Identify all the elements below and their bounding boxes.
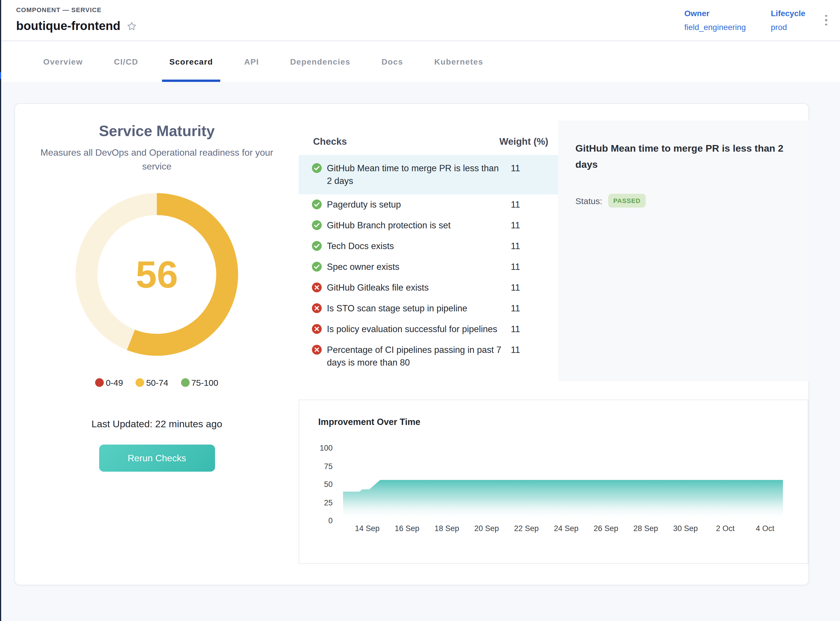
tab-dependencies[interactable]: Dependencies	[274, 41, 366, 82]
check-weight: 11	[511, 302, 520, 315]
x-tick-label: 24 Sep	[549, 524, 583, 533]
check-passed-icon	[312, 241, 322, 251]
scorecard-card: Service Maturity Measures all DevOps and…	[14, 103, 809, 585]
check-detail-title: GitHub Mean time to merge PR is less tha…	[575, 141, 792, 173]
x-tick-label: 30 Sep	[668, 524, 703, 533]
check-label: Is policy evaluation successful for pipe…	[327, 323, 502, 336]
improvement-area-chart	[343, 448, 783, 521]
owner-meta: Owner field_engineering	[684, 6, 746, 34]
check-failed-icon	[312, 324, 322, 334]
last-updated-text: Last Updated: 22 minutes ago	[15, 419, 299, 430]
check-label: GitHub Branch protection is set	[327, 219, 502, 232]
improvement-chart-title: Improvement Over Time	[318, 417, 420, 427]
check-row[interactable]: GitHub Branch protection is set11	[299, 215, 560, 236]
check-passed-icon	[312, 220, 322, 230]
status-label: Status:	[575, 196, 602, 206]
tab-docs[interactable]: Docs	[366, 41, 419, 82]
check-weight: 11	[511, 219, 520, 232]
check-label: GitHub Mean time to merge PR is less tha…	[327, 162, 502, 188]
x-tick-label: 20 Sep	[469, 524, 504, 533]
y-tick-label: 0	[310, 516, 333, 525]
tab-scorecard[interactable]: Scorecard	[154, 41, 229, 82]
check-passed-icon	[312, 163, 322, 173]
check-weight: 11	[511, 240, 520, 253]
entity-header: COMPONENT — SERVICE boutique-frontend Ow…	[0, 0, 840, 41]
check-row[interactable]: Percentage of CI pipelines passing in pa…	[299, 339, 560, 373]
legend-dot-icon	[136, 378, 144, 387]
scorecard-title: Service Maturity	[15, 122, 299, 140]
check-weight: 11	[511, 344, 520, 356]
owner-label: Owner	[684, 6, 746, 20]
page-left-edge	[0, 0, 1, 621]
check-row[interactable]: Pagerduty is setup11	[299, 194, 560, 215]
entity-kind-label: COMPONENT — SERVICE	[16, 6, 101, 13]
legend-item: 50-74	[136, 378, 168, 388]
check-passed-icon	[312, 200, 322, 209]
check-row[interactable]: Is policy evaluation successful for pipe…	[299, 319, 560, 339]
legend-dot-icon	[95, 378, 104, 387]
legend-item: 0-49	[95, 378, 123, 388]
check-row[interactable]: Is STO scan stage setup in pipeline11	[299, 298, 560, 319]
y-tick-label: 75	[310, 462, 333, 471]
checks-column-header: Checks	[313, 136, 347, 147]
check-row[interactable]: Spec owner exists11	[299, 257, 560, 277]
check-label: Tech Docs exists	[327, 240, 502, 253]
y-tick-label: 25	[310, 498, 333, 507]
x-tick-label: 26 Sep	[589, 524, 623, 533]
tab-ci-cd[interactable]: CI/CD	[98, 41, 154, 82]
check-weight: 11	[511, 162, 520, 175]
check-label: Pagerduty is setup	[327, 198, 502, 211]
page: COMPONENT — SERVICE boutique-frontend Ow…	[0, 0, 840, 621]
x-tick-label: 16 Sep	[390, 524, 424, 533]
improvement-chart-box: Improvement Over Time 1007550250 14 Sep1…	[299, 400, 808, 564]
x-tick-label: 18 Sep	[430, 524, 464, 533]
check-weight: 11	[511, 198, 520, 211]
checks-panel: Checks Weight (%) GitHub Mean time to me…	[299, 121, 560, 373]
check-label: GitHub Gitleaks file exists	[327, 282, 502, 294]
more-options-kebab-icon[interactable]	[821, 12, 831, 29]
favorite-star-icon[interactable]	[126, 20, 137, 32]
lifecycle-meta: Lifecycle prod	[771, 6, 805, 34]
y-tick-label: 100	[310, 444, 333, 452]
x-tick-label: 2 Oct	[708, 524, 743, 533]
scorecard-subtitle: Measures all DevOps and Operational read…	[36, 146, 278, 174]
maturity-score: 56	[76, 193, 238, 356]
check-failed-icon	[312, 345, 322, 354]
x-tick-label: 14 Sep	[350, 524, 384, 533]
page-title: boutique-frontend	[16, 19, 121, 33]
lifecycle-value: prod	[771, 20, 805, 34]
check-passed-icon	[312, 262, 322, 271]
rerun-checks-button[interactable]: Rerun Checks	[99, 445, 215, 472]
check-row[interactable]: GitHub Mean time to merge PR is less tha…	[299, 155, 560, 194]
y-tick-label: 50	[310, 480, 333, 489]
check-label: Percentage of CI pipelines passing in pa…	[327, 344, 502, 369]
x-tick-label: 4 Oct	[748, 524, 782, 533]
weight-column-header: Weight (%)	[499, 136, 548, 147]
check-detail-panel: GitHub Mean time to merge PR is less tha…	[558, 121, 810, 381]
check-label: Spec owner exists	[327, 261, 502, 273]
legend-item: 75-100	[181, 378, 218, 388]
tab-kubernetes[interactable]: Kubernetes	[419, 41, 499, 82]
tab-overview[interactable]: Overview	[28, 41, 98, 82]
status-badge: PASSED	[608, 194, 646, 208]
check-weight: 11	[511, 323, 520, 336]
legend-dot-icon	[181, 378, 190, 387]
entity-tabbar: OverviewCI/CDScorecardAPIDependenciesDoc…	[0, 41, 840, 82]
checks-list: GitHub Mean time to merge PR is less tha…	[299, 155, 560, 373]
score-legend: 0-4950-7475-100	[15, 378, 299, 388]
tab-api[interactable]: API	[229, 41, 275, 82]
check-failed-icon	[312, 283, 322, 292]
check-row[interactable]: GitHub Gitleaks file exists11	[299, 277, 560, 298]
x-tick-label: 28 Sep	[628, 524, 663, 533]
x-tick-label: 22 Sep	[509, 524, 544, 533]
check-label: Is STO scan stage setup in pipeline	[327, 302, 502, 315]
check-weight: 11	[511, 282, 520, 294]
page-left-edge-accent	[0, 72, 1, 79]
check-weight: 11	[511, 261, 520, 273]
maturity-summary: Service Maturity Measures all DevOps and…	[15, 104, 299, 472]
check-row[interactable]: Tech Docs exists11	[299, 236, 560, 257]
owner-link[interactable]: field_engineering	[684, 20, 746, 34]
check-failed-icon	[312, 303, 322, 313]
lifecycle-label: Lifecycle	[771, 6, 805, 20]
